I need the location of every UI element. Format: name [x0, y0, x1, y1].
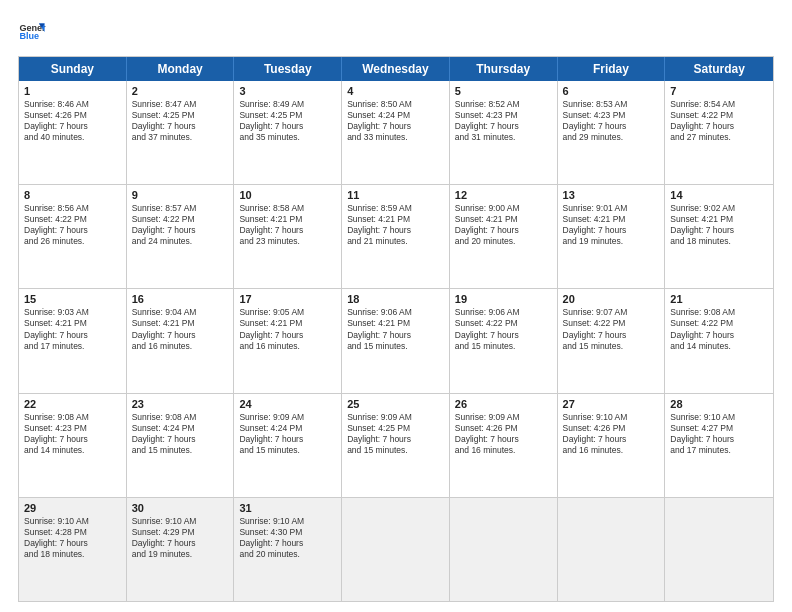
header-day-wednesday: Wednesday [342, 57, 450, 81]
day-cell-18: 18Sunrise: 9:06 AM Sunset: 4:21 PM Dayli… [342, 289, 450, 392]
header-day-saturday: Saturday [665, 57, 773, 81]
day-cell-24: 24Sunrise: 9:09 AM Sunset: 4:24 PM Dayli… [234, 394, 342, 497]
header-day-friday: Friday [558, 57, 666, 81]
header-day-thursday: Thursday [450, 57, 558, 81]
day-number: 21 [670, 293, 768, 305]
day-cell-7: 7Sunrise: 8:54 AM Sunset: 4:22 PM Daylig… [665, 81, 773, 184]
day-cell-26: 26Sunrise: 9:09 AM Sunset: 4:26 PM Dayli… [450, 394, 558, 497]
day-number: 25 [347, 398, 444, 410]
day-info: Sunrise: 9:07 AM Sunset: 4:22 PM Dayligh… [563, 307, 660, 351]
calendar: SundayMondayTuesdayWednesdayThursdayFrid… [18, 56, 774, 602]
day-info: Sunrise: 8:59 AM Sunset: 4:21 PM Dayligh… [347, 203, 444, 247]
day-cell-3: 3Sunrise: 8:49 AM Sunset: 4:25 PM Daylig… [234, 81, 342, 184]
day-info: Sunrise: 9:09 AM Sunset: 4:24 PM Dayligh… [239, 412, 336, 456]
day-number: 4 [347, 85, 444, 97]
day-number: 3 [239, 85, 336, 97]
day-number: 8 [24, 189, 121, 201]
day-info: Sunrise: 9:08 AM Sunset: 4:23 PM Dayligh… [24, 412, 121, 456]
day-info: Sunrise: 8:58 AM Sunset: 4:21 PM Dayligh… [239, 203, 336, 247]
day-number: 31 [239, 502, 336, 514]
day-info: Sunrise: 9:10 AM Sunset: 4:27 PM Dayligh… [670, 412, 768, 456]
day-number: 16 [132, 293, 229, 305]
day-number: 6 [563, 85, 660, 97]
day-info: Sunrise: 9:10 AM Sunset: 4:28 PM Dayligh… [24, 516, 121, 560]
day-info: Sunrise: 9:04 AM Sunset: 4:21 PM Dayligh… [132, 307, 229, 351]
day-info: Sunrise: 9:06 AM Sunset: 4:22 PM Dayligh… [455, 307, 552, 351]
calendar-row-5: 29Sunrise: 9:10 AM Sunset: 4:28 PM Dayli… [19, 497, 773, 601]
day-cell-17: 17Sunrise: 9:05 AM Sunset: 4:21 PM Dayli… [234, 289, 342, 392]
day-number: 30 [132, 502, 229, 514]
day-number: 13 [563, 189, 660, 201]
day-number: 17 [239, 293, 336, 305]
day-info: Sunrise: 8:50 AM Sunset: 4:24 PM Dayligh… [347, 99, 444, 143]
day-cell-27: 27Sunrise: 9:10 AM Sunset: 4:26 PM Dayli… [558, 394, 666, 497]
day-cell-28: 28Sunrise: 9:10 AM Sunset: 4:27 PM Dayli… [665, 394, 773, 497]
day-number: 1 [24, 85, 121, 97]
day-info: Sunrise: 9:01 AM Sunset: 4:21 PM Dayligh… [563, 203, 660, 247]
empty-cell [450, 498, 558, 601]
day-number: 7 [670, 85, 768, 97]
day-number: 5 [455, 85, 552, 97]
day-info: Sunrise: 9:00 AM Sunset: 4:21 PM Dayligh… [455, 203, 552, 247]
day-cell-10: 10Sunrise: 8:58 AM Sunset: 4:21 PM Dayli… [234, 185, 342, 288]
day-cell-23: 23Sunrise: 9:08 AM Sunset: 4:24 PM Dayli… [127, 394, 235, 497]
day-cell-2: 2Sunrise: 8:47 AM Sunset: 4:25 PM Daylig… [127, 81, 235, 184]
day-cell-1: 1Sunrise: 8:46 AM Sunset: 4:26 PM Daylig… [19, 81, 127, 184]
day-cell-30: 30Sunrise: 9:10 AM Sunset: 4:29 PM Dayli… [127, 498, 235, 601]
day-info: Sunrise: 8:46 AM Sunset: 4:26 PM Dayligh… [24, 99, 121, 143]
day-number: 28 [670, 398, 768, 410]
day-info: Sunrise: 9:05 AM Sunset: 4:21 PM Dayligh… [239, 307, 336, 351]
day-info: Sunrise: 8:56 AM Sunset: 4:22 PM Dayligh… [24, 203, 121, 247]
day-info: Sunrise: 8:49 AM Sunset: 4:25 PM Dayligh… [239, 99, 336, 143]
day-info: Sunrise: 8:52 AM Sunset: 4:23 PM Dayligh… [455, 99, 552, 143]
day-number: 29 [24, 502, 121, 514]
day-cell-20: 20Sunrise: 9:07 AM Sunset: 4:22 PM Dayli… [558, 289, 666, 392]
day-cell-9: 9Sunrise: 8:57 AM Sunset: 4:22 PM Daylig… [127, 185, 235, 288]
header-day-monday: Monday [127, 57, 235, 81]
svg-text:Blue: Blue [19, 31, 39, 41]
day-cell-5: 5Sunrise: 8:52 AM Sunset: 4:23 PM Daylig… [450, 81, 558, 184]
day-number: 24 [239, 398, 336, 410]
day-info: Sunrise: 8:53 AM Sunset: 4:23 PM Dayligh… [563, 99, 660, 143]
calendar-row-3: 15Sunrise: 9:03 AM Sunset: 4:21 PM Dayli… [19, 288, 773, 392]
day-cell-22: 22Sunrise: 9:08 AM Sunset: 4:23 PM Dayli… [19, 394, 127, 497]
day-number: 2 [132, 85, 229, 97]
day-cell-25: 25Sunrise: 9:09 AM Sunset: 4:25 PM Dayli… [342, 394, 450, 497]
day-number: 15 [24, 293, 121, 305]
calendar-row-2: 8Sunrise: 8:56 AM Sunset: 4:22 PM Daylig… [19, 184, 773, 288]
day-number: 20 [563, 293, 660, 305]
day-info: Sunrise: 9:10 AM Sunset: 4:29 PM Dayligh… [132, 516, 229, 560]
day-cell-21: 21Sunrise: 9:08 AM Sunset: 4:22 PM Dayli… [665, 289, 773, 392]
day-number: 18 [347, 293, 444, 305]
day-info: Sunrise: 8:57 AM Sunset: 4:22 PM Dayligh… [132, 203, 229, 247]
calendar-body: 1Sunrise: 8:46 AM Sunset: 4:26 PM Daylig… [19, 81, 773, 601]
day-info: Sunrise: 9:10 AM Sunset: 4:26 PM Dayligh… [563, 412, 660, 456]
calendar-header: SundayMondayTuesdayWednesdayThursdayFrid… [19, 57, 773, 81]
empty-cell [342, 498, 450, 601]
day-number: 10 [239, 189, 336, 201]
day-info: Sunrise: 8:47 AM Sunset: 4:25 PM Dayligh… [132, 99, 229, 143]
day-info: Sunrise: 9:03 AM Sunset: 4:21 PM Dayligh… [24, 307, 121, 351]
day-cell-15: 15Sunrise: 9:03 AM Sunset: 4:21 PM Dayli… [19, 289, 127, 392]
day-number: 11 [347, 189, 444, 201]
empty-cell [558, 498, 666, 601]
day-info: Sunrise: 9:08 AM Sunset: 4:24 PM Dayligh… [132, 412, 229, 456]
day-number: 9 [132, 189, 229, 201]
day-info: Sunrise: 9:10 AM Sunset: 4:30 PM Dayligh… [239, 516, 336, 560]
day-info: Sunrise: 9:09 AM Sunset: 4:26 PM Dayligh… [455, 412, 552, 456]
day-info: Sunrise: 9:08 AM Sunset: 4:22 PM Dayligh… [670, 307, 768, 351]
day-cell-31: 31Sunrise: 9:10 AM Sunset: 4:30 PM Dayli… [234, 498, 342, 601]
calendar-row-4: 22Sunrise: 9:08 AM Sunset: 4:23 PM Dayli… [19, 393, 773, 497]
day-number: 19 [455, 293, 552, 305]
day-number: 14 [670, 189, 768, 201]
day-cell-6: 6Sunrise: 8:53 AM Sunset: 4:23 PM Daylig… [558, 81, 666, 184]
day-cell-19: 19Sunrise: 9:06 AM Sunset: 4:22 PM Dayli… [450, 289, 558, 392]
day-cell-13: 13Sunrise: 9:01 AM Sunset: 4:21 PM Dayli… [558, 185, 666, 288]
calendar-row-1: 1Sunrise: 8:46 AM Sunset: 4:26 PM Daylig… [19, 81, 773, 184]
header-day-tuesday: Tuesday [234, 57, 342, 81]
day-cell-14: 14Sunrise: 9:02 AM Sunset: 4:21 PM Dayli… [665, 185, 773, 288]
day-number: 27 [563, 398, 660, 410]
day-number: 26 [455, 398, 552, 410]
day-info: Sunrise: 9:02 AM Sunset: 4:21 PM Dayligh… [670, 203, 768, 247]
day-cell-12: 12Sunrise: 9:00 AM Sunset: 4:21 PM Dayli… [450, 185, 558, 288]
